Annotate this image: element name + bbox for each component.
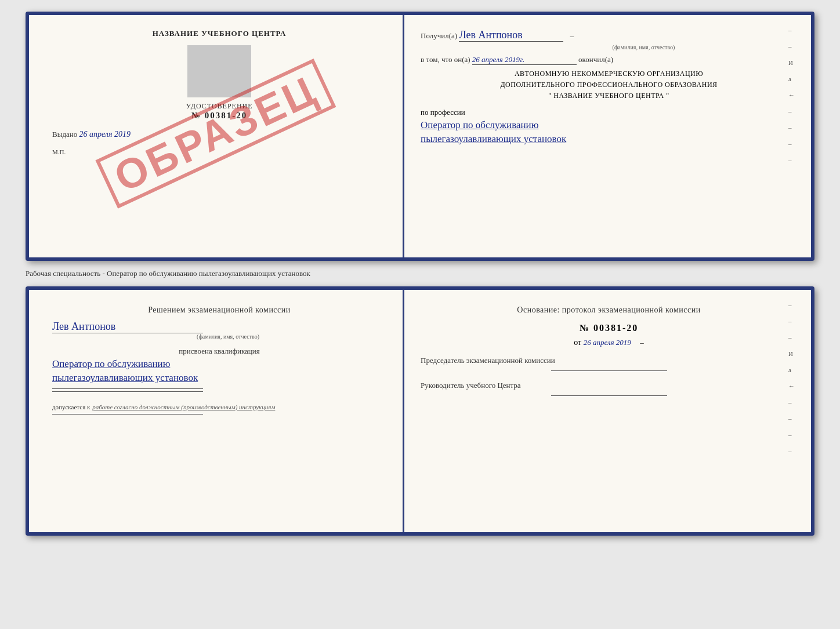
protocol-number: № 00381-20 [421,323,797,333]
allowed-prefix: допускается к [52,403,90,410]
cert-label: УДОСТОВЕРЕНИЕ [52,102,386,111]
cert-left-page: НАЗВАНИЕ УЧЕБНОГО ЦЕНТРА УДОСТОВЕРЕНИЕ №… [29,15,404,257]
qual-line2: пылегазоулавливающих установок [52,372,386,384]
org-line1: АВТОНОМНУЮ НЕКОММЕРЧЕСКУЮ ОРГАНИЗАЦИЮ [421,68,797,79]
protocol-date-line: от 26 апреля 2019 – [421,338,797,347]
director-label: Руководитель учебного Центра [421,380,797,391]
org-block: АВТОНОМНУЮ НЕКОММЕРЧЕСКУЮ ОРГАНИЗАЦИЮ ДО… [421,68,797,102]
allowed-text: работе согласно должностным (производств… [92,403,275,410]
org-line2: ДОПОЛНИТЕЛЬНОГО ПРОФЕССИОНАЛЬНОГО ОБРАЗО… [421,79,797,90]
cert-number-box: УДОСТОВЕРЕНИЕ № 00381-20 [52,102,386,121]
qual-person-name: Лев Антпонов [52,321,115,332]
qual-line1: Оператор по обслуживанию [52,358,386,370]
completed-line: в том, что он(а) 26 апреля 2019г. окончи… [421,55,797,65]
qual-person-name-field: Лев Антпонов [52,321,203,333]
issued-line: Выдано 26 апреля 2019 [52,130,386,139]
profession-label: по профессии [421,108,797,117]
director-block: Руководитель учебного Центра [421,380,797,396]
qual-fio-label: (фамилия, имя, отчество) [70,333,386,340]
issued-label: Выдано [52,130,77,139]
right-margin-deco: – – И а ← – – – – [788,27,795,163]
completed-suffix: окончил(а) [578,55,613,64]
allowed-block: допускается к работе согласно должностны… [52,401,386,412]
qual-underline2 [52,391,203,392]
qual-right-margin-deco: – – – И а ← – – – – [788,301,795,455]
profession-line1: Оператор по обслуживанию [421,119,797,131]
date-prefix: от [574,338,581,347]
completed-date-field: 26 апреля 2019г. [472,55,577,65]
cert-right-page: Получил(а) Лев Антпонов – (фамилия, имя,… [404,15,811,257]
issued-date: 26 апреля 2019 [79,130,131,139]
completed-date: 26 апреля 2019г. [472,55,524,64]
separator-text: Рабочая специальность - Оператор по обсл… [26,266,814,282]
basis-label: Основание: протокол экзаменационной коми… [421,304,797,316]
qual-left-page: Решением экзаменационной комиссии Лев Ан… [29,290,404,532]
chairman-label: Председатель экзаменационной комиссии [421,355,797,366]
qual-underline3 [52,414,203,415]
org-name: " НАЗВАНИЕ УЧЕБНОГО ЦЕНТРА " [421,90,797,101]
qual-underline1 [52,388,203,389]
assigned-label: присвоена квалификация [52,347,386,356]
certificate-book: НАЗВАНИЕ УЧЕБНОГО ЦЕНТРА УДОСТОВЕРЕНИЕ №… [26,12,814,261]
cert-school-title: НАЗВАНИЕ УЧЕБНОГО ЦЕНТРА [52,29,386,38]
received-prefix: Получил(а) [421,31,457,40]
fio-label-cert: (фамилия, имя, отчество) [490,44,797,50]
recipient-name-field: Лев Антпонов [459,29,563,42]
qual-person-block: Лев Антпонов (фамилия, имя, отчество) [52,321,386,340]
completed-prefix: в том, что он(а) [421,55,470,64]
decision-text: Решением экзаменационной комиссии [52,304,386,316]
qual-right-page: Основание: протокол экзаменационной коми… [404,290,811,532]
chairman-block: Председатель экзаменационной комиссии [421,355,797,371]
photo-placeholder [187,45,251,97]
qualification-book: Решением экзаменационной комиссии Лев Ан… [26,286,814,536]
chairman-signature-line [551,370,667,371]
protocol-date: 26 апреля 2019 [584,338,631,347]
profession-line2: пылегазоулавливающих установок [421,133,797,145]
mp-label: М.П. [52,148,386,155]
cert-number: № 00381-20 [52,111,386,121]
document-container: НАЗВАНИЕ УЧЕБНОГО ЦЕНТРА УДОСТОВЕРЕНИЕ №… [12,12,828,536]
recipient-name: Лев Антпонов [459,29,522,41]
received-line: Получил(а) Лев Антпонов – [421,29,797,42]
director-signature-line [551,395,667,396]
